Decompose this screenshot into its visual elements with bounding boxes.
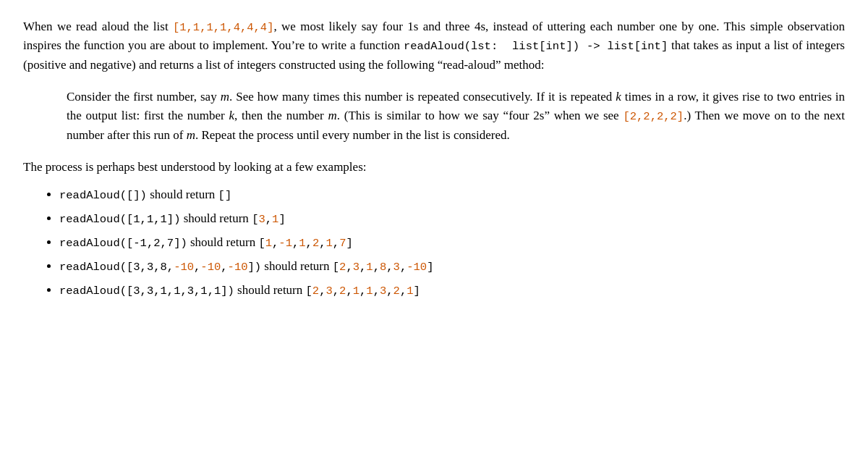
example-3-result: [1,-1,1,2,1,7]	[258, 237, 352, 250]
desc-text-2: . See how many times this number is repe…	[229, 90, 616, 104]
example-1-mid: should return	[147, 188, 218, 201]
example-2-mid: should return	[180, 211, 252, 225]
desc-text-7: . Repeat the process until every number …	[195, 128, 510, 142]
list-example-code: [1,1,1,1,4,4,4]	[173, 21, 274, 34]
example-4-mid: should return	[261, 259, 333, 273]
example-4-input: readAloud([3,3,8,-10,-10,-10])	[59, 261, 261, 274]
indented-description: Consider the first number, say m. See ho…	[67, 88, 845, 145]
list-item: readAloud([]) should return []	[59, 184, 845, 206]
example-3-input: readAloud([-1,2,7])	[59, 237, 187, 250]
indented-paragraph: Consider the first number, say m. See ho…	[67, 88, 845, 145]
list-item: readAloud([3,3,8,-10,-10,-10]) should re…	[59, 256, 845, 278]
example-5-result: [2,3,2,1,1,3,2,1]	[306, 285, 420, 298]
desc-italic-m1: m	[221, 90, 229, 104]
example-2-result: [3,1]	[252, 213, 286, 226]
examples-list: readAloud([]) should return [] readAloud…	[59, 184, 845, 301]
example-4-result: [2,3,1,8,3,-10]	[333, 261, 434, 274]
desc-text-4: , then the number	[234, 109, 328, 122]
function-signature: readAloud(lst: list[int]) -> list[int]	[404, 40, 668, 53]
example-5-input: readAloud([3,3,1,1,3,1,1])	[59, 285, 234, 298]
list-item: readAloud([1,1,1]) should return [3,1]	[59, 208, 845, 230]
example-3-mid: should return	[187, 235, 259, 249]
desc-text-1: Consider the first number, say	[67, 90, 221, 104]
desc-italic-m3: m	[187, 128, 195, 142]
desc-text-5: . (This is similar to how we say “four 2…	[337, 109, 624, 122]
intro-paragraph: When we read aloud the list [1,1,1,1,4,4…	[23, 17, 845, 75]
example-5-mid: should return	[234, 283, 306, 297]
intro-text-before-list: When we read aloud the list	[23, 20, 173, 33]
example-2-input: readAloud([1,1,1])	[59, 213, 180, 226]
desc-italic-m2: m	[328, 109, 336, 122]
list-item: readAloud([-1,2,7]) should return [1,-1,…	[59, 232, 845, 254]
desc-list-example: [2,2,2,2]	[623, 110, 684, 123]
example-1-result: []	[218, 189, 232, 202]
examples-intro-text: The process is perhaps best understood b…	[23, 160, 366, 174]
example-1-input: readAloud([])	[59, 189, 147, 202]
desc-italic-k2: k	[229, 109, 235, 122]
list-item: readAloud([3,3,1,1,3,1,1]) should return…	[59, 279, 845, 302]
desc-italic-k1: k	[616, 90, 621, 104]
examples-intro: The process is perhaps best understood b…	[23, 158, 845, 177]
